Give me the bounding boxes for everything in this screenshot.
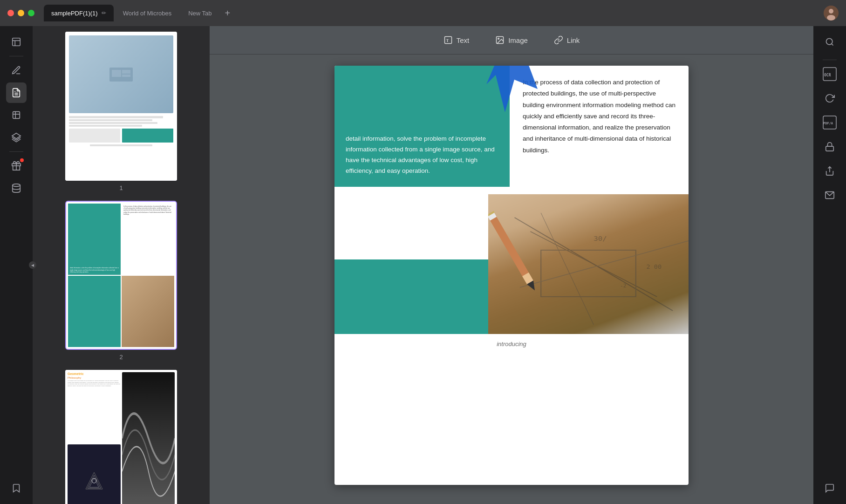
sidebar-pages-icon[interactable] xyxy=(6,105,27,125)
tab-microbes-label: World of Microbes xyxy=(123,10,172,17)
sidebar-markup-icon[interactable] xyxy=(6,60,27,81)
image-tool-label: Image xyxy=(508,36,528,44)
svg-line-31 xyxy=(520,241,689,287)
right-divider-1 xyxy=(823,60,837,60)
thumbnail-card-1[interactable] xyxy=(65,32,177,181)
thumbnails-panel: 1 detail information, solve the problem … xyxy=(33,26,210,504)
notification-dot xyxy=(20,158,24,162)
svg-rect-16 xyxy=(112,70,121,77)
thumbnail-card-2[interactable]: detail information, solve the problem of… xyxy=(65,201,177,350)
svg-text:OCR: OCR xyxy=(824,73,831,77)
svg-rect-47 xyxy=(826,146,834,151)
ocr-button[interactable]: OCR xyxy=(819,64,840,84)
collapse-sidebar-button[interactable]: ◀ xyxy=(29,261,36,269)
svg-text:-2: -2 xyxy=(620,283,627,289)
tab-bar: samplePDF(1)(1) ✏ World of Microbes New … xyxy=(44,5,824,21)
text-tool-label: Text xyxy=(457,36,470,44)
svg-rect-18 xyxy=(122,75,130,77)
tab-new[interactable]: New Tab xyxy=(181,5,219,21)
blueprint-photo: 30/ 2 00 -2 xyxy=(488,194,689,334)
svg-rect-17 xyxy=(122,70,130,74)
link-icon xyxy=(554,35,563,45)
thumbnail-card-3[interactable]: Geometric Philosophy The specific point … xyxy=(65,370,177,504)
svg-line-32 xyxy=(541,213,594,325)
edit-icon: ✏ xyxy=(102,10,106,16)
image-tool-button[interactable]: Image xyxy=(488,32,535,48)
thumbnail-3: Geometric Philosophy The specific point … xyxy=(40,370,202,504)
svg-point-2 xyxy=(827,15,835,20)
share-button[interactable] xyxy=(819,161,840,181)
main-area: ◀ xyxy=(0,26,846,504)
divider-1 xyxy=(9,56,23,56)
svg-text:30/: 30/ xyxy=(594,235,607,243)
svg-rect-30 xyxy=(541,250,636,297)
pdf-page-2: detail information, solve the problem of… xyxy=(334,66,689,485)
search-button[interactable] xyxy=(819,32,840,52)
thumbnail-2: detail information, solve the problem of… xyxy=(40,201,202,361)
sidebar-right: OCR PDF/A xyxy=(813,26,846,504)
svg-text:T: T xyxy=(446,39,449,43)
svg-text:2 00: 2 00 xyxy=(646,264,662,270)
link-tool-button[interactable]: Link xyxy=(546,32,587,48)
svg-marker-27 xyxy=(486,66,538,112)
sidebar-reader-icon[interactable] xyxy=(6,32,27,52)
sidebar-bookmark-icon[interactable] xyxy=(6,478,27,498)
svg-point-1 xyxy=(829,9,833,14)
close-button[interactable] xyxy=(7,10,14,16)
pdf-area[interactable]: T Text Image Link xyxy=(210,26,813,504)
tab-pdf[interactable]: samplePDF(1)(1) ✏ xyxy=(44,5,114,21)
text-icon: T xyxy=(443,35,453,45)
chat-button[interactable] xyxy=(819,478,840,498)
lock-button[interactable] xyxy=(819,136,840,157)
tab-microbes[interactable]: World of Microbes xyxy=(116,5,179,21)
divider-2 xyxy=(9,151,23,152)
sidebar-left: ◀ xyxy=(0,26,33,504)
tab-new-label: New Tab xyxy=(188,10,212,17)
window-controls xyxy=(7,10,34,16)
bottom-teal-box xyxy=(334,259,488,334)
svg-rect-8 xyxy=(13,112,20,119)
svg-point-22 xyxy=(92,478,96,483)
minimize-button[interactable] xyxy=(18,10,24,16)
titlebar: samplePDF(1)(1) ✏ World of Microbes New … xyxy=(0,0,846,26)
svg-rect-3 xyxy=(13,38,20,46)
text-tool-button[interactable]: T Text xyxy=(436,32,477,48)
intro-label: introducing xyxy=(334,334,689,354)
svg-point-14 xyxy=(13,184,20,187)
maximize-button[interactable] xyxy=(28,10,34,16)
sidebar-stack-icon[interactable] xyxy=(6,178,27,198)
svg-point-26 xyxy=(498,38,499,40)
sidebar-gift-icon[interactable] xyxy=(6,156,27,176)
blue-arrow xyxy=(486,66,538,112)
svg-line-42 xyxy=(832,44,833,46)
sidebar-notes-icon[interactable] xyxy=(6,82,27,103)
right-description-text: In the process of data collection and pr… xyxy=(523,77,675,156)
thumbnail-label-1: 1 xyxy=(119,184,123,191)
thumbnail-label-2: 2 xyxy=(119,354,123,361)
image-icon xyxy=(495,35,505,45)
new-tab-button[interactable]: + xyxy=(221,6,234,20)
sidebar-layers-icon[interactable] xyxy=(6,127,27,148)
mail-button[interactable] xyxy=(819,185,840,205)
pdf-toolbar: T Text Image Link xyxy=(210,26,813,54)
teal-box-text: detail information, solve the problem of… xyxy=(346,134,498,177)
refresh-button[interactable] xyxy=(819,88,840,109)
pdf-a-button[interactable]: PDF/A xyxy=(819,112,840,133)
avatar xyxy=(824,6,839,20)
link-tool-label: Link xyxy=(567,36,580,44)
svg-text:PDF/A: PDF/A xyxy=(823,122,833,125)
thumbnail-1: 1 xyxy=(40,32,202,191)
tab-pdf-label: samplePDF(1)(1) xyxy=(51,10,98,17)
svg-point-41 xyxy=(826,39,832,45)
